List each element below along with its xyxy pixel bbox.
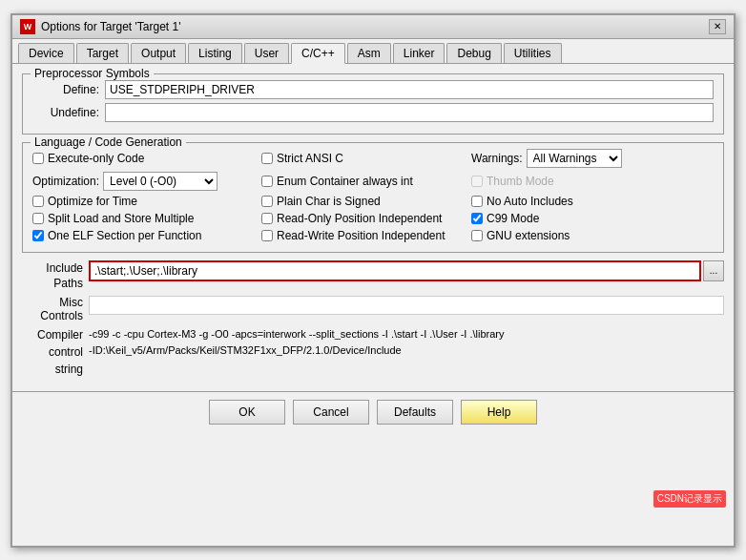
title-bar: W Options for Target 'Target 1' ✕ — [12, 15, 734, 39]
tab-output[interactable]: Output — [131, 43, 186, 63]
split-load-checkbox[interactable] — [32, 213, 44, 224]
tab-listing[interactable]: Listing — [188, 43, 242, 63]
preprocessor-group: Preprocessor Symbols Define: Undefine: — [22, 73, 724, 135]
include-paths-label: Include Paths — [22, 260, 89, 293]
no-auto-includes-label: No Auto Includes — [487, 195, 573, 208]
gnu-extensions-label: GNU extensions — [487, 229, 570, 242]
dialog-title: Options for Target 'Target 1' — [41, 20, 180, 33]
thumb-mode-check[interactable]: Thumb Mode — [471, 175, 554, 188]
compiler-control-label: Compiler control string — [22, 326, 89, 378]
c99-mode-check[interactable]: C99 Mode — [471, 212, 539, 225]
one-elf-label: One ELF Section per Function — [48, 229, 201, 242]
warnings-label: Warnings: — [471, 152, 523, 165]
thumb-mode-label: Thumb Mode — [487, 175, 554, 188]
read-only-pi-check[interactable]: Read-Only Position Independent — [261, 212, 471, 225]
misc-controls-row: Misc Controls — [22, 296, 724, 322]
include-paths-browse-button[interactable]: ... — [703, 260, 724, 281]
warnings-select[interactable]: All Warnings — [527, 149, 622, 168]
tab-linker[interactable]: Linker — [393, 43, 446, 63]
options-dialog: W Options for Target 'Target 1' ✕ Device… — [10, 13, 736, 548]
plain-char-label: Plain Char is Signed — [277, 195, 381, 208]
language-group: Language / Code Generation Execute-only … — [22, 142, 724, 253]
optimization-label: Optimization: — [32, 175, 99, 188]
read-write-pi-checkbox[interactable] — [261, 230, 273, 241]
misc-controls-input[interactable] — [89, 296, 724, 315]
include-paths-row: Include Paths ... — [22, 260, 724, 293]
ok-button[interactable]: OK — [209, 400, 285, 425]
optimization-select[interactable]: Level 0 (-O0) — [103, 172, 218, 191]
tabs-bar: Device Target Output Listing User C/C++ … — [12, 39, 734, 64]
undefine-input[interactable] — [105, 103, 714, 122]
tab-utilities[interactable]: Utilities — [504, 43, 562, 63]
c99-mode-checkbox[interactable] — [471, 213, 483, 224]
compiler-control-row: Compiler control string -c99 -c -cpu Cor… — [22, 326, 724, 378]
define-row: Define: — [32, 80, 714, 99]
preprocessor-group-label: Preprocessor Symbols — [31, 67, 154, 80]
read-only-pi-label: Read-Only Position Independent — [277, 212, 442, 225]
watermark-label: CSDN记录显示 — [653, 490, 726, 508]
define-label: Define: — [32, 83, 99, 96]
optimize-time-label: Optimize for Time — [48, 195, 137, 208]
strict-ansi-c-checkbox[interactable] — [261, 153, 273, 164]
tab-asm[interactable]: Asm — [347, 43, 391, 63]
help-button[interactable]: Help — [461, 400, 537, 425]
title-bar-left: W Options for Target 'Target 1' — [20, 19, 180, 34]
one-elf-checkbox[interactable] — [32, 230, 44, 241]
c99-mode-label: C99 Mode — [487, 212, 539, 225]
read-only-pi-checkbox[interactable] — [261, 213, 273, 224]
plain-char-checkbox[interactable] — [261, 196, 273, 207]
tab-cpp[interactable]: C/C++ — [291, 43, 345, 64]
compiler-line1: -c99 -c -cpu Cortex-M3 -g -O0 -apcs=inte… — [89, 326, 724, 342]
undefine-label: Undefine: — [32, 106, 99, 119]
enum-container-checkbox[interactable] — [261, 176, 273, 187]
enum-container-label: Enum Container always int — [277, 175, 413, 188]
define-input[interactable] — [105, 80, 714, 99]
execute-only-code-label: Execute-only Code — [48, 152, 144, 165]
tab-debug[interactable]: Debug — [446, 43, 501, 63]
no-auto-includes-checkbox[interactable] — [471, 196, 483, 207]
language-group-label: Language / Code Generation — [31, 135, 186, 149]
gnu-extensions-checkbox[interactable] — [471, 230, 483, 241]
compiler-line2: -ID:\Keil_v5/Arm/Packs/Keil/STM32F1xx_DF… — [89, 342, 724, 359]
misc-controls-label: Misc Controls — [22, 296, 89, 322]
no-auto-includes-check[interactable]: No Auto Includes — [471, 195, 573, 208]
defaults-button[interactable]: Defaults — [377, 400, 453, 425]
tab-device[interactable]: Device — [18, 43, 74, 63]
content-area: Preprocessor Symbols Define: Undefine: L… — [12, 64, 734, 388]
optimize-time-checkbox[interactable] — [32, 196, 44, 207]
tab-user[interactable]: User — [244, 43, 289, 63]
compiler-control-text: -c99 -c -cpu Cortex-M3 -g -O0 -apcs=inte… — [89, 326, 724, 358]
footer: OK Cancel Defaults Help — [12, 391, 734, 432]
read-write-pi-label: Read-Write Position Independent — [277, 229, 446, 242]
close-button[interactable]: ✕ — [709, 19, 726, 34]
execute-only-code-check[interactable]: Execute-only Code — [32, 152, 261, 165]
thumb-mode-checkbox[interactable] — [471, 176, 483, 187]
plain-char-check[interactable]: Plain Char is Signed — [261, 195, 471, 208]
include-paths-wrap: ... — [89, 260, 724, 281]
split-load-check[interactable]: Split Load and Store Multiple — [32, 212, 261, 225]
app-icon: W — [20, 19, 35, 34]
tab-target[interactable]: Target — [76, 43, 129, 63]
strict-ansi-c-check[interactable]: Strict ANSI C — [261, 152, 471, 165]
cancel-button[interactable]: Cancel — [293, 400, 369, 425]
one-elf-check[interactable]: One ELF Section per Function — [32, 229, 261, 242]
strict-ansi-c-label: Strict ANSI C — [277, 152, 343, 165]
include-paths-input[interactable] — [89, 260, 701, 281]
split-load-label: Split Load and Store Multiple — [48, 212, 194, 225]
gnu-extensions-check[interactable]: GNU extensions — [471, 229, 570, 242]
undefine-row: Undefine: — [32, 103, 714, 122]
optimize-time-check[interactable]: Optimize for Time — [32, 195, 261, 208]
read-write-pi-check[interactable]: Read-Write Position Independent — [261, 229, 471, 242]
enum-container-check[interactable]: Enum Container always int — [261, 175, 471, 188]
execute-only-code-checkbox[interactable] — [32, 153, 44, 164]
